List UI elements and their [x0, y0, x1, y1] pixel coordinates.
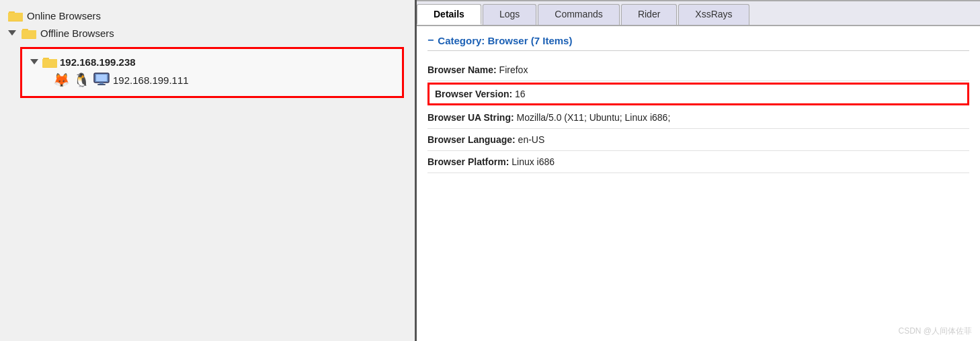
expand-arrow-ip — [30, 59, 38, 64]
folder-icon-ip — [42, 56, 57, 68]
value-browser-platform: Linux i686 — [512, 156, 555, 167]
label-browser-ua: Browser UA String: — [427, 112, 517, 123]
detail-row-browser-version: Browser Version: 16 — [427, 83, 969, 105]
svg-rect-3 — [8, 13, 23, 21]
label-browser-name: Browser Name: — [427, 64, 499, 75]
ip-child-label: 192.168.199.111 — [113, 75, 189, 86]
ip-parent-label: 192.168.199.238 — [60, 56, 136, 68]
tab-commands[interactable]: Commands — [538, 4, 620, 25]
left-panel: Online Browsers Offline Browsers 192.168… — [0, 0, 417, 341]
highlight-box: 192.168.199.238 🦊 🐧 192.168.199.111 — [20, 47, 404, 98]
svg-rect-9 — [42, 59, 57, 67]
detail-row-browser-ua: Browser UA String: Mozilla/5.0 (X11; Ubu… — [427, 107, 969, 129]
label-browser-lang: Browser Language: — [427, 134, 518, 145]
content-area: − Category: Browser (7 Items) Browser Na… — [417, 26, 980, 341]
value-browser-version: 16 — [515, 89, 526, 99]
tabs-bar: Details Logs Commands Rider XssRays — [417, 1, 980, 26]
collapse-icon[interactable]: − — [427, 34, 434, 46]
offline-browsers-item[interactable]: Offline Browsers — [0, 24, 415, 42]
tab-rider[interactable]: Rider — [621, 4, 677, 25]
detail-row-browser-name: Browser Name: Firefox — [427, 59, 969, 81]
category-header: − Category: Browser (7 Items) — [427, 34, 969, 51]
detail-row-browser-lang: Browser Language: en-US — [427, 129, 969, 151]
tab-details[interactable]: Details — [417, 4, 481, 25]
tab-xssrays[interactable]: XssRays — [678, 4, 749, 25]
svg-rect-11 — [96, 75, 107, 81]
value-browser-ua: Mozilla/5.0 (X11; Ubuntu; Linux i686; — [517, 112, 671, 123]
ip-parent-item[interactable]: 192.168.199.238 — [26, 54, 398, 69]
tab-logs[interactable]: Logs — [483, 4, 536, 25]
online-browsers-item[interactable]: Online Browsers — [0, 7, 415, 24]
detail-row-browser-platform: Browser Platform: Linux i686 — [427, 151, 969, 173]
linux-icon: 🐧 — [73, 72, 90, 88]
right-panel: Details Logs Commands Rider XssRays − Ca… — [417, 0, 980, 341]
folder-icon-offline — [22, 27, 36, 39]
label-browser-platform: Browser Platform: — [427, 156, 512, 167]
monitor-icon — [93, 72, 110, 88]
ip-child-item[interactable]: 🦊 🐧 192.168.199.111 — [46, 69, 398, 91]
value-browser-name: Firefox — [499, 64, 528, 75]
firefox-icon: 🦊 — [53, 72, 70, 88]
folder-icon-online — [8, 9, 23, 21]
watermark: CSDN @人间体佐菲 — [898, 326, 972, 337]
expand-arrow-offline — [8, 30, 16, 36]
svg-rect-13 — [97, 84, 106, 85]
svg-rect-6 — [22, 30, 36, 38]
label-browser-version: Browser Version: — [435, 89, 515, 99]
category-title: Category: Browser (7 Items) — [438, 35, 572, 46]
offline-browsers-label: Offline Browsers — [40, 28, 114, 39]
value-browser-lang: en-US — [518, 134, 545, 145]
online-browsers-label: Online Browsers — [27, 10, 101, 21]
